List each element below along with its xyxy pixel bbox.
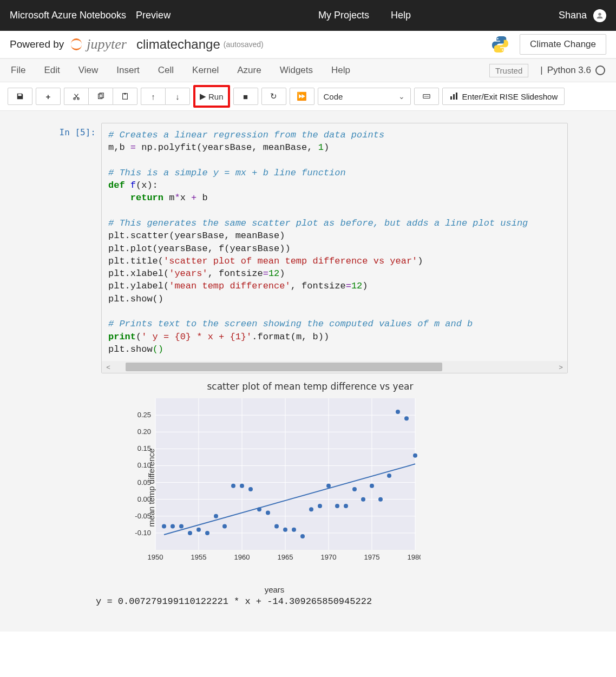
- svg-text:1975: 1975: [364, 553, 380, 561]
- move-down-button[interactable]: ↓: [165, 88, 190, 105]
- jupyter-logo: jupyter: [69, 36, 127, 52]
- kernel-idle-icon: [595, 65, 605, 75]
- svg-point-60: [292, 528, 296, 532]
- svg-rect-11: [450, 96, 452, 100]
- svg-point-46: [171, 524, 175, 529]
- notebook-area: In [5]: # Creates a linear regression fr…: [0, 111, 616, 632]
- svg-point-70: [378, 497, 383, 502]
- svg-point-48: [188, 531, 192, 535]
- preview-label: Preview: [136, 10, 171, 21]
- menu-insert[interactable]: Insert: [116, 65, 140, 76]
- menu-edit[interactable]: Edit: [44, 65, 60, 76]
- svg-rect-12: [453, 94, 455, 100]
- svg-point-71: [387, 474, 391, 478]
- chart-ylabel: mean temp difference: [147, 449, 156, 527]
- svg-point-63: [318, 504, 322, 508]
- svg-point-59: [283, 528, 287, 532]
- svg-point-47: [179, 524, 184, 529]
- svg-text:0.25: 0.25: [137, 411, 151, 419]
- chart: mean temp difference 1950195519601965197…: [117, 393, 431, 582]
- cell-output: scatter plot of mean temp difference vs …: [96, 373, 568, 607]
- svg-text:-0.10: -0.10: [135, 529, 151, 537]
- menu-azure[interactable]: Azure: [237, 65, 261, 76]
- rise-slideshow-button[interactable]: Enter/Exit RISE Slideshow: [442, 88, 565, 105]
- svg-rect-13: [456, 93, 457, 100]
- menu-kernel[interactable]: Kernel: [192, 65, 219, 76]
- autosaved-label: (autosaved): [224, 40, 264, 49]
- svg-point-50: [205, 531, 209, 535]
- svg-point-49: [196, 528, 201, 532]
- svg-point-61: [300, 534, 305, 538]
- svg-text:0.20: 0.20: [137, 428, 151, 436]
- insert-cell-button[interactable]: +: [36, 88, 61, 105]
- kernel-selector[interactable]: Climate Change: [520, 34, 606, 55]
- menu-file[interactable]: File: [11, 65, 25, 76]
- svg-point-2: [502, 49, 503, 50]
- chart-xlabel: years: [117, 585, 431, 594]
- toolbar: + ↑ ↓ ▶Run ■ ↻ ⏩ Code⌄ Enter/Exit RISE S…: [0, 82, 616, 111]
- svg-text:1950: 1950: [148, 553, 163, 561]
- svg-point-72: [396, 410, 400, 414]
- svg-point-69: [370, 484, 374, 488]
- menu-view[interactable]: View: [78, 65, 99, 76]
- cell-prompt: In [5]:: [48, 123, 101, 373]
- notebook-header: Powered by jupyter climatechange (autosa…: [0, 31, 616, 58]
- command-palette-button[interactable]: [414, 88, 439, 105]
- user-name[interactable]: Shana: [559, 10, 587, 21]
- svg-point-65: [335, 504, 339, 508]
- nav-help[interactable]: Help: [391, 10, 411, 21]
- copy-button[interactable]: [88, 88, 113, 105]
- svg-text:1960: 1960: [234, 553, 250, 561]
- print-output: y = 0.007279199110122221 * x + -14.30926…: [96, 596, 568, 607]
- cut-button[interactable]: [64, 88, 88, 105]
- run-button[interactable]: ▶Run: [193, 85, 230, 108]
- svg-rect-8: [124, 93, 126, 95]
- horizontal-scrollbar[interactable]: <>: [102, 361, 567, 373]
- cell-type-select[interactable]: Code⌄: [318, 88, 411, 105]
- svg-point-53: [231, 484, 235, 488]
- svg-point-62: [309, 507, 313, 511]
- svg-point-57: [266, 511, 270, 515]
- stop-button[interactable]: ■: [233, 88, 258, 105]
- svg-point-74: [413, 453, 417, 458]
- svg-text:1965: 1965: [278, 553, 293, 561]
- menu-cell[interactable]: Cell: [158, 65, 174, 76]
- svg-point-1: [497, 38, 498, 39]
- jupyter-mark-icon: [69, 37, 83, 51]
- notebook-name[interactable]: climatechange: [136, 37, 220, 52]
- paste-button[interactable]: [113, 88, 137, 105]
- move-up-button[interactable]: ↑: [141, 88, 165, 105]
- svg-point-55: [248, 487, 253, 491]
- bar-chart-icon: [449, 92, 458, 101]
- svg-text:1980: 1980: [408, 553, 421, 561]
- svg-point-54: [240, 484, 244, 488]
- svg-point-68: [361, 497, 365, 502]
- trusted-badge[interactable]: Trusted: [489, 64, 528, 77]
- restart-kernel-button[interactable]: ↻: [261, 88, 286, 105]
- svg-point-58: [274, 524, 279, 529]
- kernel-status: |Python 3.6: [540, 65, 605, 76]
- code-cell[interactable]: In [5]: # Creates a linear regression fr…: [48, 123, 568, 373]
- menu-widgets[interactable]: Widgets: [280, 65, 313, 76]
- code-input[interactable]: # Creates a linear regression from the d…: [101, 123, 568, 373]
- fast-forward-button[interactable]: ⏩: [290, 88, 314, 105]
- svg-point-45: [162, 524, 166, 529]
- nav-my-projects[interactable]: My Projects: [318, 10, 369, 21]
- azure-topbar: Microsoft Azure Notebooks Preview My Pro…: [0, 0, 616, 31]
- menu-help[interactable]: Help: [331, 65, 350, 76]
- svg-point-52: [222, 524, 227, 529]
- menubar: File Edit View Insert Cell Kernel Azure …: [0, 58, 616, 82]
- svg-point-67: [352, 487, 357, 491]
- brand-label: Microsoft Azure Notebooks: [10, 10, 126, 21]
- svg-point-73: [404, 416, 409, 420]
- python-logo-icon: [490, 35, 510, 54]
- svg-text:1955: 1955: [191, 553, 207, 561]
- chart-title: scatter plot of mean temp difference vs …: [164, 381, 456, 392]
- svg-point-0: [598, 12, 601, 15]
- chevron-down-icon: ⌄: [398, 92, 405, 101]
- svg-point-66: [344, 504, 348, 508]
- powered-by-label: Powered by: [10, 38, 64, 50]
- save-button[interactable]: [8, 88, 32, 105]
- svg-text:1970: 1970: [321, 553, 337, 561]
- user-avatar-icon[interactable]: [593, 9, 606, 22]
